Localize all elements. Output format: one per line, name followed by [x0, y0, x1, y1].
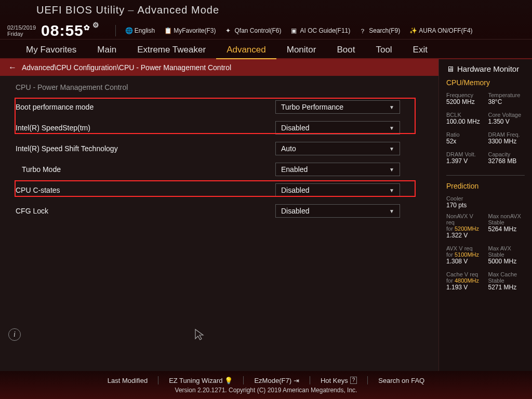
breadcrumb: ← Advanced\CPU Configuration\CPU - Power… — [0, 59, 438, 76]
monitor-icon: 🖥 — [446, 64, 454, 73]
cache-value: 1.193 V — [446, 284, 483, 291]
tab-exit[interactable]: Exit — [403, 41, 438, 58]
maxavx-value: 5000 MHz — [488, 258, 525, 265]
aura-button[interactable]: ✨AURA ON/OFF(F4) — [409, 27, 472, 34]
select-value: Turbo Performance — [281, 103, 343, 111]
list-icon: 📋 — [164, 27, 171, 34]
back-arrow-icon[interactable]: ← — [8, 63, 17, 72]
tab-monitor[interactable]: Monitor — [276, 41, 327, 58]
cpu-memory-grid: Frequency5200 MHz Temperature38°C BCLK10… — [446, 92, 525, 169]
tab-main[interactable]: Main — [87, 41, 127, 58]
prediction-grid: NonAVX V reqfor 5200MHz1.322 V Max nonAV… — [446, 213, 525, 295]
avx-value: 1.308 V — [446, 258, 483, 265]
select-cpu-cstates[interactable]: Disabled▼ — [275, 183, 400, 197]
setting-cpu-cstates: CPU C-states Disabled▼ — [16, 180, 423, 201]
capacity-label: Capacity — [488, 151, 525, 157]
freq-value: 5200 MHz — [446, 98, 483, 105]
ez-tuning-wizard-button[interactable]: EZ Tuning Wizard 💡 — [169, 377, 233, 384]
select-cfg-lock[interactable]: Disabled▼ — [275, 204, 400, 218]
select-turbo-mode[interactable]: Enabled▼ — [275, 163, 400, 176]
footer: Last Modified EZ Tuning Wizard 💡 EzMode(… — [0, 371, 532, 399]
chevron-down-icon: ▼ — [389, 104, 394, 110]
freq-label: Frequency — [446, 92, 483, 98]
aioc-label: AI OC Guide(F11) — [300, 27, 351, 34]
myfavorite-button[interactable]: 📋MyFavorite(F3) — [164, 27, 216, 34]
select-value: Disabled — [281, 186, 309, 194]
gear-icon[interactable]: ⚙ — [92, 21, 100, 29]
aioc-button[interactable]: ▣AI OC Guide(F11) — [291, 27, 351, 34]
avx-label: AVX V reqfor 5100MHz — [446, 245, 483, 258]
select-boot-performance[interactable]: Turbo Performance▼ — [275, 100, 400, 114]
maxcache-value: 5271 MHz — [488, 284, 525, 291]
divider — [243, 376, 244, 384]
ezmode-button[interactable]: EzMode(F7)⇥ — [254, 377, 299, 384]
maxavx-label: Max AVXStable — [488, 245, 525, 258]
chevron-down-icon: ▼ — [389, 208, 394, 214]
setting-label: CPU C-states — [16, 186, 275, 194]
setting-label: Intel(R) Speed Shift Technology — [16, 144, 275, 153]
header: UEFI BIOS Utility–Advanced Mode 02/15/20… — [0, 0, 532, 39]
select-speedshift[interactable]: Auto▼ — [275, 142, 400, 155]
bclk-value: 100.00 MHz — [446, 118, 483, 125]
setting-speedshift: Intel(R) Speed Shift Technology Auto▼ — [16, 138, 423, 159]
capacity-value: 32768 MB — [488, 157, 525, 165]
qfan-button[interactable]: ✦Qfan Control(F6) — [225, 27, 282, 34]
setting-boot-performance: Boot performance mode Turbo Performance▼ — [16, 97, 423, 117]
select-value: Disabled — [281, 207, 309, 215]
tab-my-favorites[interactable]: My Favorites — [16, 41, 87, 58]
myfavorite-label: MyFavorite(F3) — [174, 27, 216, 34]
prediction-heading: Prediction — [446, 182, 525, 190]
ez-tuning-label: EZ Tuning Wizard — [169, 377, 222, 384]
info-icon[interactable]: i — [8, 328, 21, 341]
setting-turbo-mode: Turbo Mode Enabled▼ — [16, 159, 423, 180]
dram-volt-label: DRAM Volt. — [446, 151, 483, 157]
title-part-b: Advanced Mode — [137, 4, 219, 16]
cache-label: Cache V reqfor 4800MHz — [446, 271, 483, 284]
maxcache-label: Max CacheStable — [488, 271, 525, 284]
select-value: Auto — [281, 144, 296, 153]
fan-icon: ✦ — [225, 27, 233, 34]
ezmode-label: EzMode(F7) — [254, 377, 291, 384]
ratio-label: Ratio — [446, 131, 483, 138]
chevron-down-icon: ▼ — [389, 188, 394, 193]
divider — [446, 175, 525, 176]
divider — [158, 376, 158, 384]
title-part-a: UEFI BIOS Utility — [36, 4, 125, 16]
dram-freq-label: DRAM Freq. — [488, 131, 525, 138]
tab-bar: My Favorites Main Extreme Tweaker Advanc… — [0, 39, 532, 59]
chevron-down-icon: ▼ — [389, 146, 394, 152]
hotkeys-label: Hot Keys — [321, 377, 348, 384]
content-panel: ← Advanced\CPU Configuration\CPU - Power… — [0, 59, 438, 371]
bclk-label: BCLK — [446, 112, 483, 118]
tab-boot[interactable]: Boot — [326, 41, 365, 58]
sidebar-header: 🖥Hardware Monitor — [446, 64, 525, 73]
language-selector[interactable]: 🌐English — [125, 27, 155, 34]
search-faq-button[interactable]: Search on FAQ — [378, 377, 424, 384]
date-block: 02/15/2019 Friday — [7, 24, 36, 37]
sidebar-title: Hardware Monitor — [457, 64, 519, 73]
hotkeys-button[interactable]: Hot Keys ? — [321, 377, 357, 384]
tab-tool[interactable]: Tool — [365, 41, 402, 58]
hardware-monitor-sidebar: 🖥Hardware Monitor CPU/Memory Frequency52… — [438, 59, 532, 371]
search-button[interactable]: ？Search(F9) — [360, 27, 400, 34]
date-full: 02/15/2019 — [7, 24, 36, 31]
settings-list: Boot performance mode Turbo Performance▼… — [0, 97, 438, 221]
search-label: Search(F9) — [369, 27, 400, 34]
select-speedstep[interactable]: Disabled▼ — [275, 121, 400, 135]
core-voltage-value: 1.350 V — [488, 118, 525, 125]
maxnonavx-value: 5264 MHz — [488, 225, 525, 233]
last-modified-button[interactable]: Last Modified — [108, 377, 148, 384]
nonavx-value: 1.322 V — [446, 232, 483, 239]
temp-value: 38°C — [488, 98, 525, 105]
select-value: Enabled — [281, 165, 308, 174]
app-title: UEFI BIOS Utility–Advanced Mode — [36, 4, 525, 16]
setting-label: Intel(R) SpeedStep(tm) — [16, 124, 275, 132]
qfan-label: Qfan Control(F6) — [235, 27, 282, 34]
divider — [367, 376, 368, 384]
tab-extreme-tweaker[interactable]: Extreme Tweaker — [127, 41, 216, 58]
tab-advanced[interactable]: Advanced — [216, 41, 276, 59]
dram-volt-value: 1.397 V — [446, 157, 483, 165]
exit-arrow-icon: ⇥ — [294, 377, 299, 384]
dram-freq-value: 3300 MHz — [488, 138, 525, 145]
cpu-memory-heading: CPU/Memory — [446, 78, 525, 87]
